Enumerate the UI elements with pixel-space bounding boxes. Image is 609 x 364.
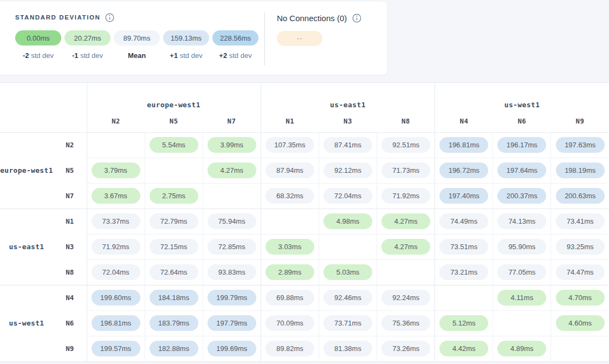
latency-chip[interactable]: 4.89ms [497, 341, 546, 356]
latency-cell: 75.94ms [203, 209, 261, 234]
latency-chip[interactable]: 2.89ms [265, 264, 314, 280]
latency-chip[interactable]: 197.63ms [556, 137, 605, 153]
latency-chip[interactable]: 72.85ms [208, 239, 256, 255]
latency-chip[interactable]: 199.69ms [208, 341, 256, 356]
latency-chip[interactable]: 92.12ms [323, 162, 372, 178]
column-region-header: europe-west1 [87, 83, 261, 110]
latency-chip[interactable]: 196.72ms [439, 162, 488, 178]
latency-chip[interactable]: 197.79ms [208, 315, 256, 331]
latency-matrix: europe-west1us-east1us-west1N2N5N7N1N3N8… [0, 82, 609, 362]
latency-cell: 184.18ms [145, 285, 203, 310]
latency-chip[interactable]: 71.92ms [92, 239, 140, 255]
latency-chip[interactable]: 5.54ms [150, 137, 198, 153]
latency-chip[interactable]: 4.70ms [556, 290, 605, 306]
latency-cell: 2.89ms [261, 259, 319, 285]
latency-chip[interactable]: 4.98ms [323, 213, 372, 229]
latency-chip[interactable]: 200.63ms [556, 188, 605, 204]
latency-chip[interactable]: 199.79ms [208, 290, 256, 306]
latency-chip[interactable]: 72.04ms [323, 188, 372, 204]
latency-chip[interactable]: 4.27ms [208, 162, 256, 178]
card-divider [264, 12, 265, 66]
latency-chip[interactable]: 4.27ms [381, 213, 430, 229]
latency-chip[interactable]: 72.15ms [150, 239, 198, 255]
latency-chip[interactable]: 4.60ms [556, 315, 605, 331]
latency-chip[interactable]: 184.18ms [150, 290, 198, 306]
latency-cell: 70.09ms [261, 310, 319, 336]
latency-chip[interactable]: 73.71ms [323, 315, 372, 331]
latency-chip[interactable]: 199.60ms [92, 290, 140, 306]
latency-chip[interactable]: 5.03ms [323, 264, 372, 280]
latency-chip[interactable]: 92.46ms [323, 290, 372, 306]
latency-chip[interactable]: 73.21ms [439, 264, 488, 280]
latency-cell: 74.47ms [551, 259, 609, 285]
latency-chip[interactable]: 182.88ms [150, 341, 198, 356]
latency-cell: 197.40ms [435, 183, 493, 209]
latency-chip[interactable]: 4.42ms [439, 341, 488, 356]
latency-chip[interactable]: 73.26ms [381, 341, 430, 356]
column-region-header: us-west1 [435, 83, 609, 110]
latency-chip[interactable]: 3.03ms [265, 239, 314, 255]
latency-chip[interactable]: 3.99ms [208, 137, 256, 153]
latency-chip[interactable]: 72.04ms [92, 264, 140, 280]
matrix-header: europe-west1us-east1us-west1N2N5N7N1N3N8… [0, 83, 609, 132]
latency-chip[interactable]: 107.35ms [265, 137, 314, 153]
info-icon[interactable] [105, 13, 114, 22]
latency-chip[interactable]: 3.79ms [92, 162, 140, 178]
latency-chip[interactable]: 93.83ms [208, 264, 256, 280]
latency-chip[interactable]: 75.36ms [381, 315, 430, 331]
latency-chip[interactable]: 75.94ms [208, 213, 256, 229]
row-node-header: N7 [53, 183, 87, 209]
latency-chip[interactable]: 89.82ms [265, 341, 314, 356]
latency-chip[interactable]: 70.09ms [265, 315, 314, 331]
latency-chip[interactable]: 74.49ms [439, 213, 488, 229]
latency-cell: 196.81ms [435, 132, 493, 158]
row-node-header: N5 [53, 158, 87, 183]
info-icon[interactable] [352, 14, 361, 23]
matrix-row: europe-west1N25.54ms3.99ms107.35ms87.41m… [0, 132, 609, 158]
latency-chip[interactable]: 73.51ms [439, 239, 488, 255]
latency-cell: 197.64ms [493, 158, 551, 183]
latency-chip[interactable]: 5.12ms [439, 315, 488, 331]
latency-chip[interactable]: 197.64ms [497, 162, 546, 178]
legend-chip: 159.13ms [163, 30, 209, 46]
latency-chip[interactable]: 196.81ms [92, 315, 140, 331]
latency-chip[interactable]: 74.47ms [556, 264, 605, 280]
latency-chip[interactable]: 197.40ms [439, 188, 488, 204]
latency-chip[interactable]: 95.90ms [497, 239, 546, 255]
legend-item: 228.56ms+2 std dev [212, 30, 258, 60]
latency-chip[interactable]: 73.41ms [556, 213, 605, 229]
latency-chip[interactable]: 87.41ms [323, 137, 372, 153]
latency-cell: 75.36ms [377, 310, 435, 336]
latency-chip[interactable]: 199.57ms [92, 341, 140, 356]
column-region-header: us-east1 [261, 83, 435, 110]
latency-chip[interactable]: 92.24ms [381, 290, 430, 306]
latency-chip[interactable]: 196.17ms [497, 137, 546, 153]
latency-chip[interactable]: 87.94ms [265, 162, 314, 178]
latency-chip[interactable]: 81.38ms [323, 341, 372, 356]
latency-chip[interactable]: 2.75ms [150, 188, 198, 204]
latency-chip[interactable]: 196.81ms [439, 137, 488, 153]
row-group-us-west1: us-west1N4199.60ms184.18ms199.79ms69.88m… [0, 285, 609, 361]
self-connection-cell [551, 336, 609, 361]
latency-chip[interactable]: 72.64ms [150, 264, 198, 280]
latency-chip[interactable]: 74.13ms [497, 213, 546, 229]
latency-chip[interactable]: 72.79ms [150, 213, 198, 229]
latency-chip[interactable]: 93.25ms [556, 239, 605, 255]
latency-chip[interactable]: 4.11ms [497, 290, 546, 306]
latency-cell: 73.21ms [435, 259, 493, 285]
latency-chip[interactable]: 68.32ms [265, 188, 314, 204]
latency-chip[interactable]: 73.37ms [92, 213, 140, 229]
latency-chip[interactable]: 71.92ms [381, 188, 430, 204]
legend-label: -2 std dev [23, 51, 54, 60]
latency-chip[interactable]: 4.27ms [381, 239, 430, 255]
latency-chip[interactable]: 92.51ms [381, 137, 430, 153]
latency-chip[interactable]: 198.19ms [556, 162, 605, 178]
latency-chip[interactable]: 3.67ms [92, 188, 140, 204]
latency-chip[interactable]: 183.79ms [150, 315, 198, 331]
latency-cell: 196.17ms [493, 132, 551, 158]
latency-chip[interactable]: 200.37ms [497, 188, 546, 204]
latency-chip[interactable]: 77.05ms [497, 264, 546, 280]
latency-chip[interactable]: 69.88ms [265, 290, 314, 306]
latency-cell: 200.63ms [551, 183, 609, 209]
latency-chip[interactable]: 71.73ms [381, 162, 430, 178]
